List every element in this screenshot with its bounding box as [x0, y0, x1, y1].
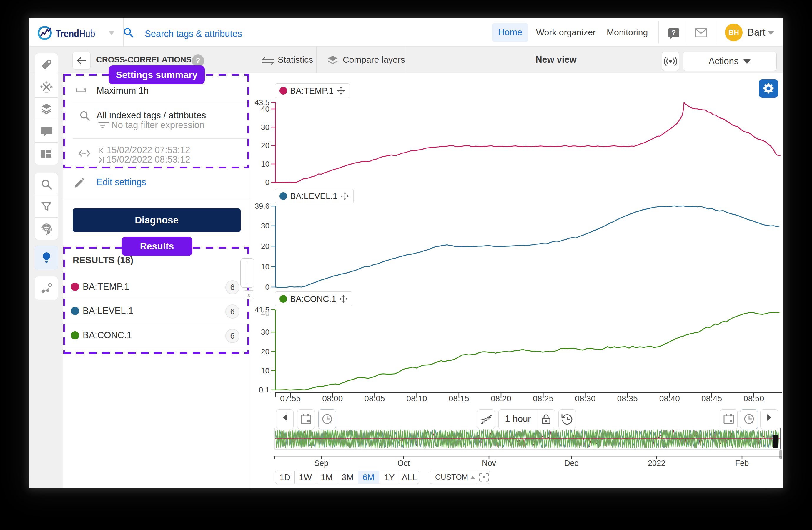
svg-text:10: 10 [261, 159, 270, 168]
svg-text:08:50: 08:50 [743, 394, 764, 403]
svg-text:08:40: 08:40 [659, 394, 680, 403]
svg-text:0.1: 0.1 [259, 386, 270, 394]
svg-text:10: 10 [261, 262, 270, 271]
svg-text:08:25: 08:25 [533, 394, 553, 403]
svg-text:08:35: 08:35 [617, 394, 638, 403]
svg-text:40: 40 [261, 309, 270, 318]
svg-text:08:30: 08:30 [575, 394, 595, 403]
svg-text:2022: 2022 [648, 459, 666, 468]
svg-text:07:55: 07:55 [280, 394, 301, 403]
svg-text:39.6: 39.6 [255, 202, 270, 210]
svg-text:08:05: 08:05 [364, 394, 385, 403]
svg-text:?: ? [672, 29, 676, 37]
svg-text:20: 20 [261, 242, 270, 251]
svg-text:Oct: Oct [397, 459, 410, 468]
svg-text:Dec: Dec [564, 459, 578, 468]
svg-text:30: 30 [261, 328, 270, 337]
svg-text:30: 30 [261, 123, 270, 131]
svg-text:08:20: 08:20 [491, 394, 511, 403]
svg-text:30: 30 [261, 221, 270, 230]
svg-text:10: 10 [261, 366, 270, 375]
svg-text:20: 20 [261, 141, 270, 150]
svg-text:08:10: 08:10 [407, 394, 427, 403]
svg-text:40: 40 [261, 104, 270, 113]
svg-text:Sep: Sep [314, 459, 328, 468]
svg-text:20: 20 [261, 347, 270, 356]
svg-text:0: 0 [265, 178, 270, 187]
svg-text:08:15: 08:15 [449, 394, 469, 403]
svg-text:08:00: 08:00 [322, 394, 343, 403]
svg-text:Nov: Nov [482, 459, 496, 468]
svg-text:Feb: Feb [735, 459, 749, 468]
svg-text:0: 0 [265, 283, 270, 292]
svg-text:08:45: 08:45 [701, 394, 722, 403]
